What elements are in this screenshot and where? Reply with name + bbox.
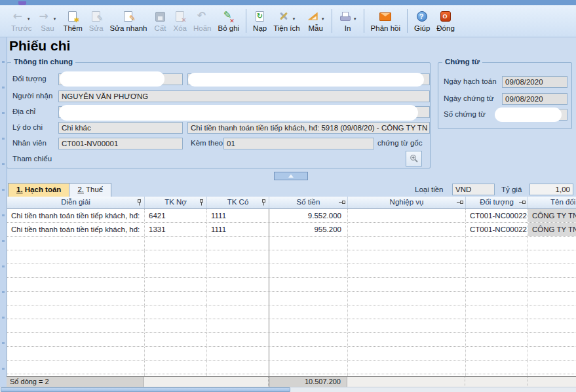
column-header-doi-tuong[interactable]: Đối tượng bbox=[466, 197, 528, 208]
toolbar-separator bbox=[332, 9, 332, 33]
cell-tk-no[interactable]: 1331 bbox=[145, 223, 207, 236]
pin-vertical-icon[interactable] bbox=[199, 199, 204, 206]
collapse-splitter-handle[interactable] bbox=[274, 172, 308, 180]
cell-dien-giai[interactable]: Chi tiền thanh toán tiền tiếp khách, hđ: bbox=[7, 209, 145, 222]
toolbar-button-bo-ghi[interactable]: Bỏ ghi bbox=[214, 10, 242, 33]
cell-doi-tuong[interactable]: CT001-NC00022 bbox=[466, 209, 528, 222]
column-header-so-tien[interactable]: Số tiền bbox=[269, 197, 348, 208]
tham-chieu-label: Tham chiếu bbox=[12, 155, 52, 163]
column-header-ten-doi-tuong[interactable]: Tên đối tượng bbox=[528, 197, 576, 208]
redaction-overlay bbox=[60, 71, 164, 87]
arrow-right-icon bbox=[38, 10, 51, 22]
column-header-tk-no[interactable]: TK Nợ bbox=[145, 197, 207, 208]
summary-spacer bbox=[144, 377, 269, 387]
pin-horizontal-icon[interactable] bbox=[339, 199, 345, 205]
reload-icon bbox=[254, 10, 267, 22]
column-header-tk-co[interactable]: TK Có bbox=[207, 197, 269, 208]
toolbar-button-nap[interactable]: Nạp bbox=[250, 10, 270, 33]
summary-spacer bbox=[465, 377, 528, 387]
cell-so-tien[interactable]: 955.200 bbox=[269, 223, 348, 236]
undo-arrow-icon bbox=[196, 10, 209, 22]
empty-row bbox=[7, 347, 576, 361]
toolbar-button-cat[interactable]: Cất bbox=[151, 10, 170, 33]
pin-vertical-icon[interactable] bbox=[136, 199, 142, 206]
toolbar-button-hoan[interactable]: Hoãn bbox=[190, 10, 215, 33]
tab-bar: 1. Hạch toán 2. Thuế bbox=[8, 183, 111, 197]
empty-row bbox=[7, 292, 576, 305]
ly-do-chi-field[interactable]: Chi khác bbox=[58, 122, 183, 134]
cell-ten-doi-tuong[interactable]: CÔNG TY TN bbox=[528, 209, 576, 222]
zoom-plus-button[interactable] bbox=[406, 151, 422, 167]
nhan-vien-field[interactable]: CT001-NV00001 bbox=[58, 138, 183, 149]
empty-row bbox=[7, 305, 576, 319]
toolbar-separator bbox=[364, 9, 364, 33]
tab-hach-toan[interactable]: 1. Hạch toán bbox=[8, 183, 69, 197]
toolbar: ▼ Trước ▼ Sau Thêm Sửa Sửa nhanh Cất Xóa bbox=[0, 5, 576, 37]
ngay-hach-toan-field[interactable]: 09/08/2020 bbox=[502, 76, 567, 88]
empty-row bbox=[7, 361, 576, 374]
ngay-chung-tu-field[interactable]: 09/08/2020 bbox=[502, 93, 567, 105]
unpost-pencil-icon bbox=[222, 10, 235, 22]
chevron-down-icon[interactable]: ▼ bbox=[321, 17, 325, 21]
toolbar-button-in[interactable]: ▼ In bbox=[336, 10, 360, 33]
grid-header-row: Diễn giải TK Nợ TK Có Số tiền Nghiệp vụ … bbox=[7, 197, 576, 209]
toolbar-separator bbox=[246, 9, 246, 33]
table-row: Chi tiền thanh toán tiền tiếp khách, hđ:… bbox=[7, 223, 576, 237]
toolbar-button-mau[interactable]: ▼ Mẫu bbox=[303, 10, 328, 33]
nguoi-nhan-label: Người nhận bbox=[12, 92, 52, 100]
column-header-dien-giai[interactable]: Diễn giải bbox=[7, 197, 145, 208]
redaction-overlay bbox=[495, 108, 562, 122]
toolbar-separator bbox=[407, 9, 408, 33]
document-group: Chứng từ Ngày hạch toán 09/08/2020 Ngày … bbox=[438, 62, 572, 129]
table-row: Chi tiền thanh toán tiền tiếp khách, hđ:… bbox=[7, 209, 576, 223]
toolbar-button-sau[interactable]: ▼ Sau bbox=[35, 10, 60, 33]
summary-spacer bbox=[347, 377, 465, 387]
doi-tuong-label: Đối tượng bbox=[12, 75, 47, 83]
empty-row bbox=[7, 250, 576, 264]
cell-tk-co[interactable]: 1111 bbox=[207, 209, 269, 222]
column-header-nghiep-vu[interactable]: Nghiệp vụ bbox=[348, 197, 466, 208]
pin-vertical-icon[interactable] bbox=[261, 199, 267, 206]
cell-tk-no[interactable]: 6421 bbox=[145, 209, 207, 222]
group-title: Thông tin chung bbox=[11, 58, 75, 66]
toolbar-button-truoc[interactable]: ▼ Trước bbox=[8, 10, 35, 33]
chevron-down-icon[interactable]: ▼ bbox=[27, 17, 31, 21]
magnifier-plus-icon bbox=[410, 154, 419, 163]
empty-row bbox=[7, 264, 576, 278]
toolbar-button-dong[interactable]: Đóng bbox=[433, 10, 458, 33]
cell-dien-giai[interactable]: Chi tiền thanh toán tiền tiếp khách, hđ: bbox=[7, 223, 145, 236]
payment-voucher-window: ▼ Trước ▼ Sau Thêm Sửa Sửa nhanh Cất Xóa bbox=[0, 0, 576, 392]
toolbar-button-sua-nhanh[interactable]: Sửa nhanh bbox=[107, 10, 151, 33]
ly-do-chi-detail-field[interactable]: Chi tiền thanh toán tiền tiếp khách, hđ:… bbox=[187, 122, 430, 134]
toolbar-button-giup[interactable]: Giúp bbox=[411, 10, 433, 33]
nguoi-nhan-field[interactable]: NGUYỄN VĂN PHƯƠNG bbox=[58, 90, 430, 102]
loai-tien-label: Loại tiền bbox=[415, 186, 443, 193]
printer-icon bbox=[339, 10, 352, 22]
kem-theo-field[interactable]: 01 bbox=[223, 138, 374, 149]
template-ruler-icon bbox=[307, 10, 320, 22]
add-document-icon bbox=[66, 10, 79, 22]
toolbar-button-tien-ich[interactable]: ▼ Tiện ích bbox=[270, 10, 303, 33]
tab-thue[interactable]: 2. Thuế bbox=[69, 183, 111, 197]
toolbar-button-xoa[interactable]: Xóa bbox=[170, 10, 190, 33]
cell-nghiep-vu[interactable] bbox=[348, 223, 466, 236]
edit-document-icon bbox=[90, 10, 103, 22]
loai-tien-field[interactable]: VND bbox=[452, 184, 495, 195]
scrollbar-thumb[interactable] bbox=[1, 387, 290, 392]
cell-tk-co[interactable]: 1111 bbox=[207, 223, 269, 236]
pin-horizontal-icon[interactable] bbox=[519, 199, 526, 205]
cell-so-tien[interactable]: 9.552.000 bbox=[269, 209, 348, 222]
ty-gia-field[interactable]: 1,00 bbox=[529, 184, 573, 195]
chevron-down-icon[interactable]: ▼ bbox=[292, 17, 296, 21]
toolbar-button-them[interactable]: Thêm bbox=[60, 10, 85, 33]
cell-doi-tuong[interactable]: CT001-NC00022 bbox=[466, 223, 528, 236]
chevron-down-icon[interactable]: ▼ bbox=[52, 17, 56, 21]
toolbar-button-sua[interactable]: Sửa bbox=[86, 10, 107, 33]
pin-horizontal-icon[interactable] bbox=[457, 199, 463, 205]
toolbar-button-phan-hoi[interactable]: Phản hồi bbox=[368, 10, 404, 33]
group-title: Chứng từ bbox=[442, 58, 482, 66]
horizontal-scrollbar[interactable] bbox=[0, 387, 576, 392]
cell-nghiep-vu[interactable] bbox=[348, 209, 466, 222]
chevron-down-icon[interactable]: ▼ bbox=[353, 17, 357, 21]
cell-ten-doi-tuong[interactable]: CÔNG TY TN bbox=[528, 223, 576, 236]
